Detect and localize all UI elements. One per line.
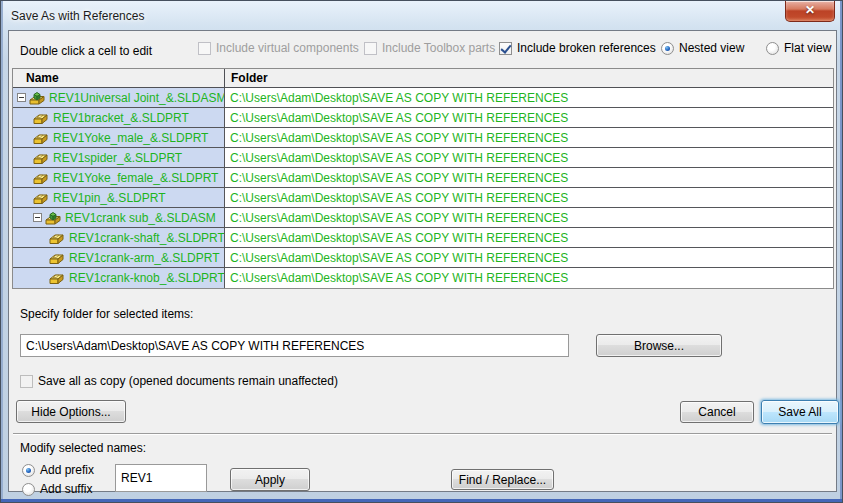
row-name: REV1bracket_&.SLDPRT <box>53 111 189 125</box>
name-cell[interactable]: REV1crank-arm_&.SLDPRT <box>13 248 225 267</box>
radio-label: Add prefix <box>40 463 94 477</box>
part-icon <box>33 170 50 186</box>
save-all-as-copy-checkbox[interactable]: Save all as copy (opened documents remai… <box>20 374 338 388</box>
folder-cell[interactable]: C:\Users\Adam\Desktop\SAVE AS COPY WITH … <box>225 168 833 187</box>
assembly-icon <box>29 90 46 106</box>
include-toolbox-parts-checkbox[interactable]: Include Toolbox parts <box>364 41 495 55</box>
radio-selected-icon <box>22 464 35 477</box>
name-cell[interactable]: REV1pin_&.SLDPRT <box>13 188 225 207</box>
row-folder: C:\Users\Adam\Desktop\SAVE AS COPY WITH … <box>230 91 568 105</box>
expander-minus-icon[interactable] <box>33 213 42 222</box>
folder-cell[interactable]: C:\Users\Adam\Desktop\SAVE AS COPY WITH … <box>225 148 833 167</box>
browse-button[interactable]: Browse... <box>596 334 722 357</box>
table-row[interactable]: REV1Yoke_male_&.SLDPRT C:\Users\Adam\Des… <box>13 128 833 148</box>
part-icon <box>33 130 50 146</box>
apply-button[interactable]: Apply <box>230 468 310 491</box>
folder-cell[interactable]: C:\Users\Adam\Desktop\SAVE AS COPY WITH … <box>225 268 833 288</box>
assembly-icon <box>45 210 62 226</box>
part-icon <box>33 150 50 166</box>
save-all-button[interactable]: Save All <box>761 400 839 424</box>
row-folder: C:\Users\Adam\Desktop\SAVE AS COPY WITH … <box>230 131 568 145</box>
table-row[interactable]: REV1pin_&.SLDPRT C:\Users\Adam\Desktop\S… <box>13 188 833 208</box>
section-divider <box>13 433 832 435</box>
row-name: REV1pin_&.SLDPRT <box>53 191 166 205</box>
row-folder: C:\Users\Adam\Desktop\SAVE AS COPY WITH … <box>230 271 568 285</box>
table-row[interactable]: REV1crank-knob_&.SLDPRT C:\Users\Adam\De… <box>13 268 833 288</box>
table-row[interactable]: REV1Universal Joint_&.SLDASM C:\Users\Ad… <box>13 88 833 108</box>
checkbox-icon <box>364 42 377 55</box>
name-column-header[interactable]: Name <box>13 69 225 87</box>
part-icon <box>49 230 66 246</box>
add-prefix-radio[interactable]: Add prefix <box>22 463 94 477</box>
table-row[interactable]: REV1crank-arm_&.SLDPRT C:\Users\Adam\Des… <box>13 248 833 268</box>
include-virtual-components-checkbox[interactable]: Include virtual components <box>198 41 359 55</box>
name-cell[interactable]: REV1bracket_&.SLDPRT <box>13 108 225 127</box>
row-folder: C:\Users\Adam\Desktop\SAVE AS COPY WITH … <box>230 251 568 265</box>
folder-cell[interactable]: C:\Users\Adam\Desktop\SAVE AS COPY WITH … <box>225 88 833 107</box>
checkbox-icon <box>20 375 33 388</box>
edit-hint-label: Double click a cell to edit <box>20 44 152 58</box>
title-bar[interactable]: Save As with References ✕ <box>1 1 842 30</box>
prefix-text-input[interactable] <box>115 464 207 492</box>
name-cell[interactable]: REV1crank-shaft_&.SLDPRT <box>13 228 225 247</box>
folder-column-header[interactable]: Folder <box>225 69 833 87</box>
folder-path-input[interactable] <box>20 334 569 357</box>
name-cell[interactable]: REV1crank-knob_&.SLDPRT <box>13 268 225 288</box>
row-name: REV1crank sub_&.SLDASM <box>65 211 216 225</box>
folder-cell[interactable]: C:\Users\Adam\Desktop\SAVE AS COPY WITH … <box>225 208 833 227</box>
references-table: Name Folder REV1Univer <box>12 68 834 289</box>
checkbox-label: Include Toolbox parts <box>382 41 495 55</box>
table-row[interactable]: REV1Yoke_female_&.SLDPRT C:\Users\Adam\D… <box>13 168 833 188</box>
cancel-button[interactable]: Cancel <box>680 401 754 423</box>
part-icon <box>49 250 66 266</box>
row-folder: C:\Users\Adam\Desktop\SAVE AS COPY WITH … <box>230 111 568 125</box>
radio-label: Nested view <box>679 41 744 55</box>
close-button[interactable]: ✕ <box>785 1 835 22</box>
close-icon: ✕ <box>805 3 815 17</box>
table-row[interactable]: REV1bracket_&.SLDPRT C:\Users\Adam\Deskt… <box>13 108 833 128</box>
table-row[interactable]: REV1crank-shaft_&.SLDPRT C:\Users\Adam\D… <box>13 228 833 248</box>
table-header: Name Folder <box>13 69 833 88</box>
name-cell[interactable]: REV1Universal Joint_&.SLDASM <box>13 88 225 107</box>
checkbox-label: Save all as copy (opened documents remai… <box>38 374 338 388</box>
name-cell[interactable]: REV1Yoke_female_&.SLDPRT <box>13 168 225 187</box>
table-row[interactable]: REV1crank sub_&.SLDASM C:\Users\Adam\Des… <box>13 208 833 228</box>
folder-cell[interactable]: C:\Users\Adam\Desktop\SAVE AS COPY WITH … <box>225 228 833 247</box>
table-row[interactable]: REV1spider_&.SLDPRT C:\Users\Adam\Deskto… <box>13 148 833 168</box>
folder-cell[interactable]: C:\Users\Adam\Desktop\SAVE AS COPY WITH … <box>225 248 833 267</box>
checkbox-label: Include broken references <box>517 41 656 55</box>
radio-selected-icon <box>661 42 674 55</box>
checkbox-label: Include virtual components <box>216 41 359 55</box>
flat-view-radio[interactable]: Flat view <box>766 41 831 55</box>
folder-cell[interactable]: C:\Users\Adam\Desktop\SAVE AS COPY WITH … <box>225 188 833 207</box>
row-folder: C:\Users\Adam\Desktop\SAVE AS COPY WITH … <box>230 151 568 165</box>
nested-view-radio[interactable]: Nested view <box>661 41 744 55</box>
row-folder: C:\Users\Adam\Desktop\SAVE AS COPY WITH … <box>230 191 568 205</box>
name-cell[interactable]: REV1crank sub_&.SLDASM <box>13 208 225 227</box>
hide-options-button[interactable]: Hide Options... <box>16 400 126 423</box>
include-broken-references-checkbox[interactable]: Include broken references <box>499 41 656 55</box>
name-cell[interactable]: REV1spider_&.SLDPRT <box>13 148 225 167</box>
find-replace-button[interactable]: Find / Replace... <box>451 469 554 490</box>
radio-label: Add suffix <box>40 482 92 496</box>
specify-folder-label: Specify folder for selected items: <box>20 307 193 321</box>
add-suffix-radio[interactable]: Add suffix <box>22 482 92 496</box>
radio-label: Flat view <box>784 41 831 55</box>
radio-icon <box>766 42 779 55</box>
expander-minus-icon[interactable] <box>17 93 26 102</box>
checkbox-icon <box>198 42 211 55</box>
folder-cell[interactable]: C:\Users\Adam\Desktop\SAVE AS COPY WITH … <box>225 108 833 127</box>
row-name: REV1crank-shaft_&.SLDPRT <box>69 231 225 245</box>
row-name: REV1Yoke_female_&.SLDPRT <box>53 171 218 185</box>
part-icon <box>49 270 66 286</box>
folder-cell[interactable]: C:\Users\Adam\Desktop\SAVE AS COPY WITH … <box>225 128 833 147</box>
row-name: REV1Yoke_male_&.SLDPRT <box>53 131 208 145</box>
checkbox-checked-icon <box>499 42 512 55</box>
name-cell[interactable]: REV1Yoke_male_&.SLDPRT <box>13 128 225 147</box>
save-as-with-references-dialog: Save As with References ✕ Double click a… <box>0 0 843 503</box>
row-name: REV1crank-arm_&.SLDPRT <box>69 251 220 265</box>
window-title: Save As with References <box>11 9 144 23</box>
radio-icon <box>22 483 35 496</box>
row-name: REV1crank-knob_&.SLDPRT <box>69 271 225 285</box>
row-folder: C:\Users\Adam\Desktop\SAVE AS COPY WITH … <box>230 171 568 185</box>
